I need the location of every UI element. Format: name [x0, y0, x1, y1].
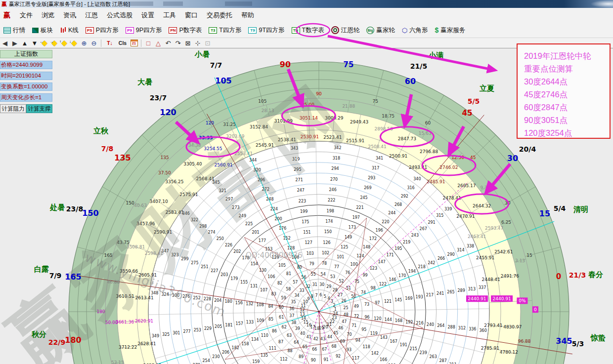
menu-item-浏览[interactable]: 浏览	[37, 9, 59, 21]
svg-text:194: 194	[408, 269, 416, 274]
zoom-in-icon[interactable]: ⊕	[79, 39, 89, 47]
titlebar-artifact	[225, 1, 252, 6]
svg-text:20/4: 20/4	[519, 145, 536, 153]
pan-left-icon[interactable]: ◆←	[40, 39, 49, 47]
svg-text:2793.41: 2793.41	[484, 323, 502, 328]
toolbar-item-t-square[interactable]: T3T四方形	[205, 25, 245, 36]
svg-text:294: 294	[331, 166, 339, 171]
toolbar-item-9p-square[interactable]: P99P四方形	[122, 25, 166, 36]
svg-text:150: 150	[324, 230, 332, 234]
annotation-line: 重要点位测算	[524, 62, 610, 75]
menu-item-资讯[interactable]: 资讯	[59, 9, 81, 21]
scale-icon[interactable]: ⊹	[193, 39, 203, 47]
svg-text:85: 85	[268, 317, 273, 322]
menu-item-交易委托[interactable]: 交易委托	[202, 9, 237, 21]
svg-text:135: 135	[261, 353, 268, 358]
toolbar-item-quotes[interactable]: 行情	[0, 25, 29, 36]
svg-text:72: 72	[354, 314, 359, 319]
toolbar-item-gann-wheel[interactable]: 江恩轮	[328, 25, 363, 36]
menu-item-江恩[interactable]: 江恩	[81, 9, 102, 21]
svg-text:12: 12	[300, 308, 305, 312]
rotate-down-icon[interactable]: ▼	[30, 39, 40, 47]
svg-text:2470.91: 2470.91	[456, 214, 475, 219]
svg-text:68: 68	[331, 344, 336, 349]
svg-text:154: 154	[251, 262, 258, 266]
svg-text:9.38: 9.38	[481, 185, 490, 190]
svg-text:314: 314	[457, 248, 464, 252]
svg-text:40: 40	[300, 331, 305, 336]
toolbar-item-9t-square[interactable]: T99T四方形	[245, 25, 288, 36]
rotate-ccw-icon[interactable]: ↶	[163, 39, 173, 47]
svg-text:2: 2	[333, 303, 335, 308]
calendar-glyph: 21	[131, 40, 138, 46]
calc-resistance-button[interactable]: 计算阻力	[0, 104, 26, 113]
svg-text:266: 266	[438, 256, 445, 261]
annotation-line: 2019年江恩轮中轮	[524, 49, 610, 62]
back-icon[interactable]: ◀	[0, 39, 10, 47]
toolbar-item-hexagon[interactable]: ⬡六角形	[398, 25, 432, 36]
svg-text:43: 43	[320, 337, 325, 341]
svg-text:119: 119	[370, 331, 378, 336]
rect-tool-icon[interactable]: □	[143, 39, 153, 47]
menu-item-帮助[interactable]: 帮助	[237, 9, 259, 21]
menu-item-窗口[interactable]: 窗口	[180, 9, 202, 21]
svg-text:61: 61	[279, 315, 284, 320]
svg-text:52: 52	[339, 279, 344, 283]
svg-text:244: 244	[388, 211, 395, 215]
toolbar-item-kline[interactable]: K线	[56, 25, 82, 36]
svg-text:83: 83	[271, 292, 276, 296]
svg-text:29: 29	[326, 284, 331, 289]
rotate-cw-icon[interactable]: ↷	[173, 39, 183, 47]
toolbar-label: 江恩轮	[341, 26, 360, 35]
svg-text:88: 88	[288, 349, 293, 353]
forward-icon[interactable]: ▶	[10, 39, 20, 47]
calc-support-button[interactable]: 计算支撑	[26, 104, 52, 113]
svg-text:2463.41: 2463.41	[468, 234, 486, 239]
menu-item-设置[interactable]: 设置	[137, 9, 159, 21]
rotate-up-icon[interactable]: ▲	[20, 39, 30, 47]
svg-text:2440.91: 2440.91	[492, 296, 511, 301]
triangle-tool-icon[interactable]: △	[153, 39, 163, 47]
easel-icon[interactable]: ⊡	[203, 39, 213, 47]
svg-text:37: 37	[289, 314, 294, 318]
menu-item-文件[interactable]: 文件	[15, 9, 37, 21]
calendar-icon[interactable]: 21	[129, 39, 139, 47]
toolbar-item-winner-service[interactable]: $赢家服务	[432, 25, 469, 36]
pan-down-icon[interactable]: ◆↓	[69, 39, 79, 47]
toolbar-item-t-number-table[interactable]: TNT数字表	[288, 25, 328, 36]
svg-text:21.88: 21.88	[342, 104, 355, 109]
toolbar-item-p-square[interactable]: PSP四方形	[82, 25, 122, 36]
delete-box-icon[interactable]: ⊠	[183, 39, 193, 47]
svg-text:64: 64	[294, 340, 299, 345]
menu-item-工具[interactable]: 工具	[159, 9, 180, 21]
svg-text:0: 0	[534, 307, 537, 312]
menu-item-公式选股[interactable]: 公式选股	[102, 9, 137, 21]
svg-text:25: 25	[344, 306, 349, 310]
pan-right-icon[interactable]: ◆→	[49, 39, 59, 47]
cls-button[interactable]: Cls	[116, 39, 129, 47]
window-title: 赢家江恩专业版[赢家服务平台] - [上证指数 江恩轮]	[9, 0, 130, 8]
toolbar-label: K线	[68, 26, 79, 35]
updown-icon[interactable]: T↓	[103, 39, 116, 47]
svg-text:240: 240	[427, 323, 434, 327]
svg-text:2796.88: 2796.88	[420, 149, 438, 154]
svg-text:117: 117	[352, 356, 359, 361]
svg-text:2898.58: 2898.58	[375, 126, 393, 131]
svg-text:247: 247	[297, 188, 305, 193]
toolbar-item-sectors[interactable]: 板块	[29, 25, 56, 36]
pan-up-icon[interactable]: ◆↑	[59, 39, 69, 47]
svg-text:132: 132	[246, 302, 253, 306]
svg-text:267: 267	[420, 227, 427, 231]
svg-text:291: 291	[428, 220, 435, 225]
svg-text:112: 112	[280, 357, 287, 362]
zoom-out-icon[interactable]: ⊖	[89, 39, 99, 47]
svg-text:100: 100	[350, 262, 358, 267]
svg-text:180: 180	[65, 335, 81, 345]
svg-text:230: 230	[212, 355, 219, 359]
svg-text:4780.12: 4780.12	[500, 350, 518, 355]
svg-text:67: 67	[322, 347, 327, 352]
svg-text:198: 198	[327, 209, 334, 213]
toolbar-item-winner-wheel[interactable]: Big赢家轮	[363, 25, 398, 36]
toolbar-item-p-number-table[interactable]: PNP数字表	[165, 25, 205, 36]
svg-text:3712.22: 3712.22	[119, 345, 137, 350]
